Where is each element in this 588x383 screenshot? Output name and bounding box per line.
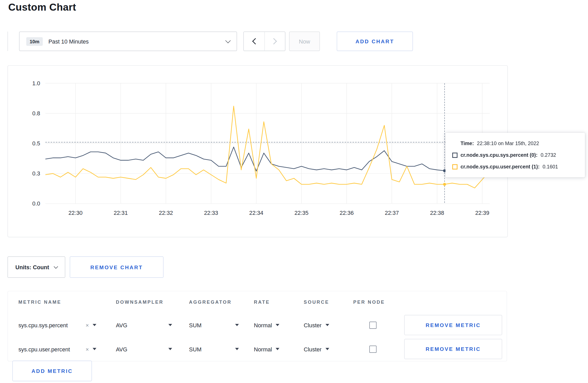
tooltip-series-row: cr.node.sys.cpu.user.percent (1): 0.1601 [452, 161, 579, 173]
caret-down-icon [276, 348, 279, 350]
rate-select[interactable]: Normal [254, 346, 304, 352]
svg-text:0.3: 0.3 [32, 170, 40, 177]
header-metric-name: METRIC NAME [18, 300, 116, 305]
tooltip-series-value: 0.2732 [541, 152, 556, 158]
chart-panel: 0.00.30.50.81.022:3022:3122:3222:3322:34… [8, 65, 508, 237]
tooltip-time-label: Time: [460, 141, 474, 146]
caret-down-icon [93, 348, 96, 350]
downsampler-value: AVG [116, 322, 127, 328]
metrics-chart-svg[interactable]: 0.00.30.50.81.022:3022:3122:3222:3322:34… [8, 66, 507, 237]
svg-text:22:33: 22:33 [204, 210, 218, 216]
next-range-button[interactable] [264, 32, 285, 51]
svg-text:22:35: 22:35 [295, 210, 309, 216]
rate-value: Normal [254, 322, 272, 328]
chevron-down-icon [225, 38, 230, 43]
tooltip-legend-square [452, 164, 457, 169]
time-range-label: Past 10 Minutes [48, 38, 89, 45]
source-value: Cluster [304, 322, 322, 328]
remove-metric-button[interactable]: REMOVE METRIC [404, 315, 502, 335]
downsampler-select[interactable]: AVG [116, 322, 172, 328]
svg-text:22:30: 22:30 [68, 210, 82, 216]
source-value: Cluster [304, 346, 322, 352]
header-aggregator: AGGREGATOR [189, 300, 254, 305]
header-per-node: PER NODE [353, 300, 404, 305]
svg-text:22:34: 22:34 [249, 210, 263, 216]
prev-range-button[interactable] [244, 32, 264, 51]
caret-down-icon [325, 324, 329, 326]
rate-value: Normal [254, 346, 272, 352]
header-downsampler: DOWNSAMPLER [116, 300, 189, 305]
clear-metric-icon[interactable] [86, 322, 89, 328]
svg-text:22:31: 22:31 [114, 210, 128, 216]
chevron-right-icon [271, 38, 277, 45]
aggregator-select[interactable]: SUM [189, 346, 239, 352]
svg-text:22:38: 22:38 [430, 210, 444, 216]
caret-down-icon [168, 324, 172, 326]
clear-metric-icon[interactable] [86, 346, 89, 352]
caret-down-icon [235, 324, 239, 326]
svg-text:22:36: 22:36 [340, 210, 354, 216]
svg-text:0.8: 0.8 [32, 110, 40, 117]
chevron-left-icon [252, 38, 258, 45]
tooltip-legend-square [452, 152, 457, 158]
add-chart-button[interactable]: ADD CHART [337, 32, 413, 51]
toolbar-divider [8, 32, 8, 51]
tooltip-series-label: cr.node.sys.cpu.user.percent (1): [460, 164, 540, 169]
metrics-table: METRIC NAME DOWNSAMPLER AGGREGATOR RATE … [8, 291, 507, 361]
metric-row: sys.cpu.sys.percent AVG SUM Normal Clust… [8, 313, 507, 337]
svg-text:0.0: 0.0 [32, 200, 40, 207]
chart-controls-row: Units: Count REMOVE CHART [8, 257, 164, 278]
time-range-dropdown[interactable]: 10m Past 10 Minutes [19, 32, 237, 51]
units-label: Units: Count [15, 264, 49, 271]
tooltip-series-value: 0.1601 [543, 164, 558, 169]
chevron-down-icon [54, 264, 58, 268]
per-node-checkbox[interactable] [369, 322, 376, 329]
tooltip-time-row: Time: 22:38:10 on Mar 15th, 2022 [452, 138, 579, 149]
page-title: Custom Chart [8, 2, 588, 13]
time-nav-group [243, 32, 285, 51]
tooltip-time-value: 22:38:10 on Mar 15th, 2022 [477, 141, 539, 146]
svg-text:22:39: 22:39 [475, 210, 489, 216]
caret-down-icon [168, 348, 172, 350]
svg-text:0.5: 0.5 [32, 140, 40, 147]
remove-metric-button[interactable]: REMOVE METRIC [404, 339, 502, 359]
svg-text:22:32: 22:32 [159, 210, 173, 216]
header-rate: RATE [254, 300, 304, 305]
metric-name-select[interactable]: sys.cpu.user.percent [18, 346, 96, 352]
units-dropdown[interactable]: Units: Count [8, 257, 65, 278]
header-source: SOURCE [304, 300, 353, 305]
rate-select[interactable]: Normal [254, 322, 304, 328]
aggregator-value: SUM [189, 322, 201, 328]
metric-name-select[interactable]: sys.cpu.sys.percent [18, 322, 96, 328]
caret-down-icon [325, 348, 329, 350]
downsampler-select[interactable]: AVG [116, 346, 172, 352]
remove-chart-button[interactable]: REMOVE CHART [70, 257, 164, 278]
metric-name-value: sys.cpu.sys.percent [18, 322, 83, 328]
metric-row: sys.cpu.user.percent AVG SUM Normal Clus… [8, 337, 507, 361]
caret-down-icon [235, 348, 239, 350]
tooltip-series-label: cr.node.sys.cpu.sys.percent (0): [460, 152, 537, 158]
metrics-table-header: METRIC NAME DOWNSAMPLER AGGREGATOR RATE … [8, 291, 507, 313]
caret-down-icon [276, 324, 279, 326]
toolbar: 10m Past 10 Minutes Now ADD CHART [8, 32, 413, 51]
source-select[interactable]: Cluster [304, 322, 353, 328]
chart-tooltip: Time: 22:38:10 on Mar 15th, 2022 cr.node… [445, 133, 585, 177]
per-node-checkbox[interactable] [369, 345, 376, 352]
add-metric-button[interactable]: ADD METRIC [12, 361, 92, 381]
source-select[interactable]: Cluster [304, 346, 353, 352]
downsampler-value: AVG [116, 346, 127, 352]
now-button[interactable]: Now [289, 32, 320, 51]
svg-text:22:37: 22:37 [385, 210, 399, 216]
time-range-badge: 10m [26, 37, 43, 46]
caret-down-icon [93, 324, 96, 326]
custom-chart-page: Custom Chart 10m Past 10 Minutes Now ADD… [0, 2, 588, 383]
aggregator-select[interactable]: SUM [189, 322, 239, 328]
svg-text:1.0: 1.0 [32, 80, 40, 87]
tooltip-series-row: cr.node.sys.cpu.sys.percent (0): 0.2732 [452, 149, 579, 161]
aggregator-value: SUM [189, 346, 201, 352]
metric-name-value: sys.cpu.user.percent [18, 346, 83, 352]
